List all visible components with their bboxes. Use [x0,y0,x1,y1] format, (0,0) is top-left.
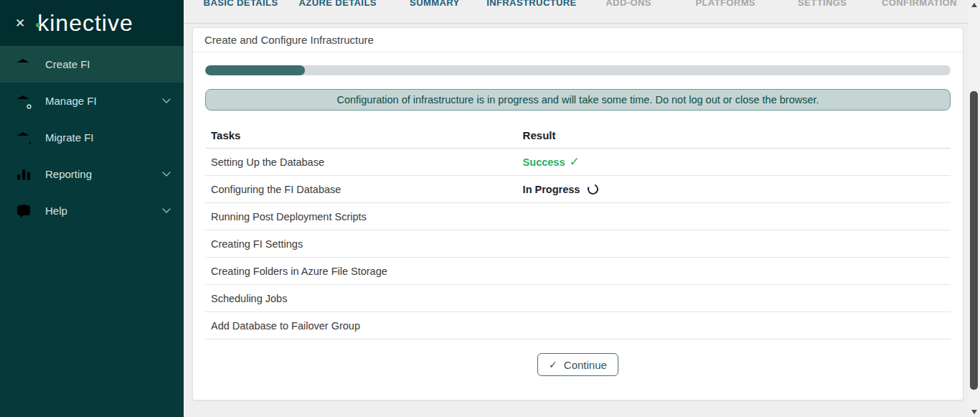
stepper-tab-label: INFRASTRUCTURE [483,0,580,9]
bank-arrow-icon [14,128,33,147]
sidebar-item-label: Help [45,205,162,217]
stepper-tab-label: ADD-ONS [580,0,677,9]
help-bubble-icon [14,202,33,220]
stepper-tab-label: SUMMARY [386,0,483,9]
sidebar-item-reporting[interactable]: Reporting [0,156,184,192]
actions-row: ✓ Continue [193,353,963,376]
sidebar-item-label: Migrate FI [45,131,162,144]
vertical-scrollbar[interactable] [968,0,980,417]
stepper-tab-azure-details[interactable]: AZURE DETAILS [289,0,386,24]
task-row: Setting Up the Database Success ✓ [205,149,951,176]
stepper-tab-label: PLATFORMS [677,0,774,9]
task-cell: Creating FI Settings [205,238,523,250]
task-cell: Scheduling Jobs [205,293,523,304]
chevron-down-icon [162,208,171,213]
close-icon[interactable]: ✕ [15,17,25,29]
panel-title: Create and Configure Infrastructure [193,28,963,52]
sidebar-item-help[interactable]: Help [0,192,184,229]
stepper-tab-label: SETTINGS [774,0,871,9]
success-check-icon: ✓ [569,154,579,169]
brand-logo-text: kinective [37,10,133,36]
status-in-progress: In Progress [523,184,599,195]
stepper-tab-settings: SETTINGS [774,0,871,24]
tasks-table: Tasks Result Setting Up the Database Suc… [205,123,951,339]
stepper-tab-confirmation: CONFIRMATION [871,0,968,24]
stepper-tab-basic-details[interactable]: BASIC DETAILS [192,0,289,24]
task-cell: Configuring the FI Database [205,184,523,195]
task-cell: Creating Folders in Azure File Storage [205,266,523,277]
in-progress-alert: Configuration of infrastructure is in pr… [205,89,951,111]
sidebar-item-label: Create FI [45,58,162,70]
result-cell: In Progress [523,184,951,195]
chevron-down-icon [162,98,171,103]
bar-chart-icon [14,165,33,184]
sidebar-nav: Create FI Manage FI Migrate FI [0,46,184,229]
column-header-result: Result [523,129,951,141]
stepper-tab-label: CONFIRMATION [871,0,968,9]
scrollbar-up-icon[interactable] [971,3,977,7]
bank-plus-icon [14,55,33,74]
infrastructure-panel: Create and Configure Infrastructure Conf… [192,27,963,400]
task-cell: Running Post Deployment Scripts [205,211,523,222]
check-icon: ✓ [549,359,557,370]
tasks-table-header: Tasks Result [205,123,951,149]
stepper-tab-platforms: PLATFORMS [677,0,774,24]
scrollbar-down-icon[interactable] [971,410,977,414]
sidebar-item-migrate-fi[interactable]: Migrate FI [0,119,184,156]
status-success-label: Success [523,156,565,168]
stepper-tab-infrastructure[interactable]: INFRASTRUCTURE [483,0,580,24]
stepper-tab-summary[interactable]: SUMMARY [386,0,483,24]
sidebar-item-manage-fi[interactable]: Manage FI [0,83,184,119]
stepper-tab-label: BASIC DETAILS [192,0,289,9]
sidebar-item-label: Reporting [45,168,162,180]
brand-logo: kinective [37,11,133,34]
column-header-tasks: Tasks [205,129,523,141]
continue-button-label: Continue [564,359,607,371]
task-row: Add Database to Failover Group [205,312,951,339]
in-progress-spinner-icon [586,182,600,196]
chevron-down-icon [162,172,171,177]
task-row: Configuring the FI Database In Progress [205,176,951,203]
task-row: Creating FI Settings [205,230,951,258]
status-success: Success ✓ [523,154,580,169]
task-row: Creating Folders in Azure File Storage [205,258,951,285]
continue-button[interactable]: ✓ Continue [537,353,618,376]
scrollbar-thumb[interactable] [970,91,978,390]
task-row: Scheduling Jobs [205,285,951,312]
bank-gear-icon [14,92,33,111]
alert-text: Configuration of infrastructure is in pr… [336,94,819,106]
stepper-tab-label: AZURE DETAILS [289,0,386,9]
sidebar: ✕ kinective Create FI Manage FI Migr [0,0,184,417]
sidebar-item-label: Manage FI [45,95,162,107]
result-cell: Success ✓ [523,154,951,169]
status-in-progress-label: In Progress [523,184,580,195]
task-row: Running Post Deployment Scripts [205,203,951,230]
wizard-stepper: BASIC DETAILS AZURE DETAILS SUMMARY INFR… [184,0,968,24]
task-cell: Add Database to Failover Group [205,320,523,332]
progress-bar-fill [205,65,305,75]
progress-bar [205,65,951,75]
sidebar-header: ✕ kinective [0,0,184,46]
sidebar-item-create-fi[interactable]: Create FI [0,46,184,83]
task-cell: Setting Up the Database [205,156,523,168]
stepper-tab-add-ons: ADD-ONS [580,0,677,24]
